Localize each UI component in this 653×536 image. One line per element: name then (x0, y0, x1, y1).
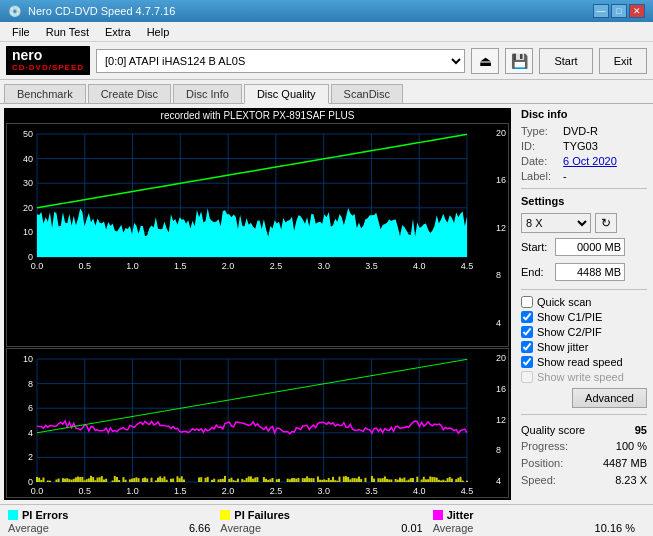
pi-failures-avg-value: 0.01 (401, 522, 422, 534)
minimize-button[interactable]: — (593, 4, 609, 18)
show-jitter-checkbox[interactable] (521, 341, 533, 353)
show-c1pie-checkbox[interactable] (521, 311, 533, 323)
tab-benchmark[interactable]: Benchmark (4, 84, 86, 103)
title-bar: 💿 Nero CD-DVD Speed 4.7.7.16 — □ ✕ (0, 0, 653, 22)
date-row: Date: 6 Oct 2020 (521, 155, 647, 167)
jitter-legend (433, 510, 443, 520)
eject-button[interactable]: ⏏ (471, 48, 499, 74)
menu-extra[interactable]: Extra (97, 24, 139, 40)
date-label: Date: (521, 155, 559, 167)
position-row: Position: 4487 MB (521, 457, 647, 469)
y-axis-bot-4: 4 (496, 476, 506, 486)
quick-scan-checkbox[interactable] (521, 296, 533, 308)
speed-select[interactable]: 8 X 4 X 6 X 12 X 16 X (521, 213, 591, 233)
y-axis-top-16: 16 (496, 175, 506, 185)
show-c1pie-row: Show C1/PIE (521, 311, 647, 323)
close-button[interactable]: ✕ (629, 4, 645, 18)
pi-errors-avg-label: Average (8, 522, 49, 534)
show-write-speed-row: Show write speed (521, 371, 647, 383)
tab-create-disc[interactable]: Create Disc (88, 84, 171, 103)
start-input[interactable] (555, 238, 625, 256)
quality-score-row: Quality score 95 (521, 424, 647, 436)
date-value[interactable]: 6 Oct 2020 (563, 155, 617, 167)
show-c1pie-label: Show C1/PIE (537, 311, 602, 323)
y-axis-bot-20: 20 (496, 353, 506, 363)
app-title: Nero CD-DVD Speed 4.7.7.16 (28, 5, 175, 17)
separator-3 (521, 414, 647, 415)
separator-2 (521, 289, 647, 290)
show-jitter-row: Show jitter (521, 341, 647, 353)
speed-result-label: Speed: (521, 474, 556, 486)
title-bar-controls: — □ ✕ (593, 4, 645, 18)
progress-value: 100 % (616, 440, 647, 452)
show-jitter-label: Show jitter (537, 341, 588, 353)
pi-failures-group: PI Failures Average 0.01 Maximum 2 Total… (220, 509, 432, 536)
drive-select[interactable]: [0:0] ATAPI iHAS124 B AL0S (96, 49, 465, 73)
pi-errors-header: PI Errors (8, 509, 220, 521)
menu-bar: File Run Test Extra Help (0, 22, 653, 42)
menu-help[interactable]: Help (139, 24, 178, 40)
type-label: Type: (521, 125, 559, 137)
pi-errors-group: PI Errors Average 6.66 Maximum 26 Total … (8, 509, 220, 536)
label-label: Label: (521, 170, 559, 182)
toolbar: nero CD·DVD/SPEED [0:0] ATAPI iHAS124 B … (0, 42, 653, 80)
position-label: Position: (521, 457, 563, 469)
chart-title: recorded with PLEXTOR PX-891SAF PLUS (4, 108, 511, 123)
start-button[interactable]: Start (539, 48, 592, 74)
end-input[interactable] (555, 263, 625, 281)
tab-scandisc[interactable]: ScanDisc (331, 84, 403, 103)
tab-disc-quality[interactable]: Disc Quality (244, 84, 329, 104)
show-read-speed-row: Show read speed (521, 356, 647, 368)
end-mb-row: End: (521, 263, 647, 281)
bottom-stats: PI Errors Average 6.66 Maximum 26 Total … (0, 504, 653, 536)
y-axis-bot-12: 12 (496, 415, 506, 425)
quick-scan-label: Quick scan (537, 296, 591, 308)
tab-disc-info[interactable]: Disc Info (173, 84, 242, 103)
start-mb-row: Start: (521, 238, 647, 256)
jitter-header: Jitter (433, 509, 645, 521)
label-row: Label: - (521, 170, 647, 182)
quality-score-value: 95 (635, 424, 647, 436)
pi-failures-label: PI Failures (234, 509, 290, 521)
save-button[interactable]: 💾 (505, 48, 533, 74)
pi-failures-avg-label: Average (220, 522, 261, 534)
jitter-avg-value: 10.16 % (595, 522, 635, 534)
jitter-avg-label: Average (433, 522, 474, 534)
jitter-label: Jitter (447, 509, 474, 521)
y-axis-top-4: 4 (496, 318, 506, 328)
advanced-button[interactable]: Advanced (572, 388, 647, 408)
maximize-button[interactable]: □ (611, 4, 627, 18)
chart-area: recorded with PLEXTOR PX-891SAF PLUS 20 … (4, 108, 511, 500)
refresh-button[interactable]: ↻ (595, 213, 617, 233)
progress-label: Progress: (521, 440, 568, 452)
title-bar-title: 💿 Nero CD-DVD Speed 4.7.7.16 (8, 5, 175, 18)
menu-file[interactable]: File (4, 24, 38, 40)
type-value: DVD-R (563, 125, 598, 137)
menu-run-test[interactable]: Run Test (38, 24, 97, 40)
position-value: 4487 MB (603, 457, 647, 469)
label-value: - (563, 170, 567, 182)
show-write-speed-checkbox[interactable] (521, 371, 533, 383)
speed-row: 8 X 4 X 6 X 12 X 16 X ↻ (521, 213, 647, 233)
exit-button[interactable]: Exit (599, 48, 647, 74)
pi-failures-avg-row: Average 0.01 (220, 522, 432, 534)
pi-failures-header: PI Failures (220, 509, 432, 521)
nero-logo: nero CD·DVD/SPEED (6, 46, 90, 74)
y-axis-top-12: 12 (496, 223, 506, 233)
pi-errors-legend (8, 510, 18, 520)
separator-1 (521, 188, 647, 189)
type-row: Type: DVD-R (521, 125, 647, 137)
pi-errors-avg-row: Average 6.66 (8, 522, 220, 534)
y-axis-bot-16: 16 (496, 384, 506, 394)
right-panel: Disc info Type: DVD-R ID: TYG03 Date: 6 … (515, 104, 653, 504)
show-c2pif-checkbox[interactable] (521, 326, 533, 338)
cd-brand: CD·DVD/SPEED (12, 64, 84, 73)
nero-brand: nero (12, 48, 84, 63)
id-value: TYG03 (563, 140, 598, 152)
speed-result-row: Speed: 8.23 X (521, 474, 647, 486)
jitter-group: Jitter Average 10.16 % Maximum 11.3 % PO… (433, 509, 645, 536)
tabs: Benchmark Create Disc Disc Info Disc Qua… (0, 80, 653, 104)
show-write-speed-label: Show write speed (537, 371, 624, 383)
show-read-speed-checkbox[interactable] (521, 356, 533, 368)
y-axis-bot-8: 8 (496, 445, 506, 455)
